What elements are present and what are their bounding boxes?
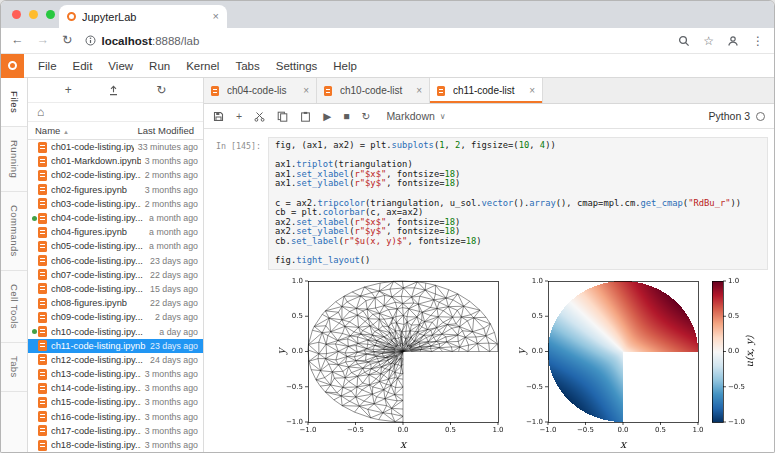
tab-close-icon[interactable]: × [416,86,422,96]
file-row[interactable]: ch06-code-listing.ipy...23 days ago [28,254,203,268]
document-tab-ch11-code-list[interactable]: ch11-code-list× [430,78,543,103]
menu-kernel[interactable]: Kernel [178,54,227,78]
page-info-icon[interactable] [85,35,96,46]
file-row[interactable]: ch16-code-listing.ipy...3 months ago [28,410,203,424]
document-tab-ch04-code-lis[interactable]: ch04-code-lis× [204,78,317,103]
file-row[interactable]: ch02-figures.ipynb3 months ago [28,183,203,197]
file-row[interactable]: ch15-code-listing.ipy...3 months ago [28,395,203,409]
notebook-file-icon [38,213,47,224]
tab-close-icon[interactable]: × [529,86,535,96]
notebook-file-icon [38,411,47,422]
jupyterlab-body: FilesRunningCommandsCell ToolsTabs + ↻ ⌂… [1,78,774,452]
notebook-file-icon [38,142,47,153]
menu-tabs[interactable]: Tabs [227,54,267,78]
maximize-window-button[interactable] [46,10,55,19]
file-row[interactable]: ch01-code-listing.ipy...33 minutes ago [28,140,203,154]
tripcolor-figure [514,276,766,452]
notebook-file-icon [38,269,47,280]
run-cell-icon[interactable]: ▶ [323,111,331,122]
file-row[interactable]: ch01-Markdown.ipynb3 months ago [28,154,203,168]
file-modified: 3 months ago [145,369,198,379]
file-row[interactable]: ch13-code-listing.ipy...3 months ago [28,367,203,381]
browser-actions: ☆ ⋮ [678,35,764,47]
file-row[interactable]: ch08-figures.ipynb22 days ago [28,296,203,310]
sidebar-tab-files[interactable]: Files [1,78,27,127]
kernel-indicator[interactable]: Python 3 [709,110,765,122]
notebook-file-icon [38,283,47,294]
close-window-button[interactable] [12,10,21,19]
menu-settings[interactable]: Settings [268,54,326,78]
file-row[interactable]: ch08-code-listing.ipy...15 days ago [28,282,203,296]
restart-kernel-icon[interactable]: ↻ [362,111,371,122]
profile-icon[interactable] [727,35,739,47]
file-row[interactable]: ch05-code-listing.ipy...a month ago [28,239,203,253]
notebook-file-icon [38,383,47,394]
menu-run[interactable]: Run [141,54,178,78]
menu-edit[interactable]: Edit [65,54,101,78]
menu-help[interactable]: Help [325,54,365,78]
file-modified: 3 months ago [145,156,198,166]
sidebar-tab-cell-tools[interactable]: Cell Tools [1,271,27,343]
menu-file[interactable]: File [30,54,65,78]
kernel-running-indicator [31,329,38,334]
sidebar-tab-commands[interactable]: Commands [1,192,27,271]
file-row[interactable]: ch18-code-listing.ipy...3 months ago [28,438,203,452]
file-row[interactable]: ch17-code-listing.ipy...3 months ago [28,424,203,438]
new-launcher-button[interactable]: + [65,84,72,96]
file-row[interactable]: ch12-code-listing.ipy...24 days ago [28,353,203,367]
file-name: ch10-code-listing.ipy... [51,327,155,337]
file-row[interactable]: ch03-code-listing.ipy...2 months ago [28,197,203,211]
sidebar-tab-running[interactable]: Running [1,127,27,192]
sidebar-tab-tabs[interactable]: Tabs [1,343,27,392]
tab-close-icon[interactable]: × [213,11,219,22]
address-bar[interactable]: localhost:8888/lab [85,35,665,47]
browser-tab[interactable]: JupyterLab × [59,5,227,28]
notebook-file-icon [38,255,47,266]
menu-view[interactable]: View [100,54,141,78]
reload-button[interactable]: ↻ [62,34,72,47]
file-row[interactable]: ch10-code-listing.ipy...a day ago [28,324,203,338]
zoom-icon[interactable] [678,35,690,47]
tab-close-icon[interactable]: × [303,86,309,96]
forward-button[interactable]: → [37,34,50,47]
paste-cells-icon[interactable] [300,111,311,122]
code-cell[interactable]: In [145]: fig, (ax1, ax2) = plt.subplots… [208,137,768,270]
file-modified: a month ago [149,227,198,237]
file-modified: 22 days ago [150,270,198,280]
file-row[interactable]: ch02-code-listing.ipy...2 months ago [28,168,203,182]
code-editor[interactable]: fig, (ax1, ax2) = plt.subplots(1, 2, fig… [268,137,768,270]
minimize-window-button[interactable] [29,10,38,19]
file-browser-panel: + ↻ ⌂ Name ▲ Last Modified ch01-code-lis… [28,78,204,452]
notebook-file-icon [38,440,47,451]
upload-button[interactable] [108,85,119,96]
document-tab-ch10-code-list[interactable]: ch10-code-list× [317,78,430,103]
file-name: ch01-code-listing.ipy... [51,142,134,152]
stop-kernel-icon[interactable]: ■ [343,111,349,122]
jupyter-logo-icon[interactable] [1,54,24,78]
code-line: ax1.set_ylabel(r"$y$", fontsize=18) [275,179,761,189]
add-cell-icon[interactable]: + [236,111,242,122]
document-tab-bar: ch04-code-lis×ch10-code-list×ch11-code-l… [204,78,774,104]
cell-type-dropdown[interactable]: Markdown ∨ [386,110,445,122]
back-button[interactable]: ← [11,34,24,47]
copy-cells-icon[interactable] [277,111,288,122]
file-row[interactable]: ch09-code-listing.ipy...2 days ago [28,310,203,324]
running-dot [32,329,37,334]
notebook-file-icon [38,340,47,351]
notebook-file-icon [38,184,47,195]
bookmark-star-icon[interactable]: ☆ [703,35,714,47]
file-row[interactable]: ch04-code-listing.ipy...a month ago [28,211,203,225]
file-row[interactable]: ch07-code-listing.ipy...22 days ago [28,268,203,282]
cut-cells-icon[interactable] [254,111,265,122]
refresh-button[interactable]: ↻ [156,84,166,96]
file-name: ch14-code-listing.ipy... [51,383,141,393]
file-modified: 23 days ago [150,256,198,266]
home-icon[interactable]: ⌂ [37,105,44,119]
browser-menu-icon[interactable]: ⋮ [752,35,764,47]
file-row[interactable]: ch14-code-listing.ipy...3 months ago [28,381,203,395]
column-header-name[interactable]: Name ▲ [35,125,69,136]
column-header-modified[interactable]: Last Modified [137,125,194,136]
save-icon[interactable] [213,111,224,122]
file-row[interactable]: ch04-figures.ipynba month ago [28,225,203,239]
file-row[interactable]: ch11-code-listing.ipynb23 days ago [28,339,203,353]
